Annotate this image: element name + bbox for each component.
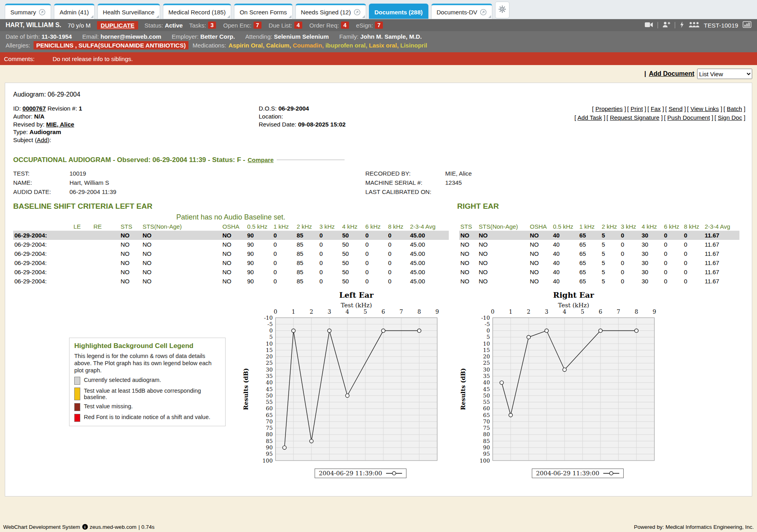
table-row[interactable]: 06-29-2004:NONONO900850500045.00NONONO40… [13, 240, 739, 249]
tab-label: Summary [10, 9, 36, 16]
svg-text:7: 7 [400, 309, 403, 315]
tab-documents-dv[interactable]: Documents-DV [431, 4, 493, 19]
action-link-request-signature[interactable]: Request Signature [610, 114, 659, 121]
action-link-push-document[interactable]: Push Document [667, 114, 710, 121]
cell: NO [141, 267, 221, 277]
cell: 40 [552, 267, 578, 277]
cell: 0 [364, 240, 387, 249]
cell-spacer [449, 267, 459, 277]
table-row[interactable]: 06-29-2004:NONONO900850500045.00NONONO40… [13, 249, 739, 258]
cell: 0 [663, 277, 683, 286]
counter-badge[interactable]: 4 [341, 22, 349, 29]
cell-date: 06-29-2004: [13, 267, 72, 277]
cell: 0 [387, 240, 409, 249]
add-person-icon[interactable] [662, 22, 670, 29]
medication-coumadin[interactable]: Coumadin, [293, 42, 325, 49]
medication-calcium[interactable]: Calcium, [266, 42, 293, 49]
cell: NO [529, 277, 552, 286]
medication-ibuprofen-oral[interactable]: ibuprofen oral, [325, 42, 369, 49]
cell: 45.00 [409, 277, 449, 286]
action-link-fax[interactable]: Fax [651, 105, 661, 112]
subject-add-link[interactable]: Add [37, 136, 48, 143]
cell: 30 [640, 249, 663, 258]
table-row[interactable]: 06-29-2004:NONONO900850500045.00NONONO40… [13, 231, 739, 240]
tab-summary[interactable]: Summary [5, 4, 51, 19]
audiogram-section: OCCUPATIONAL AUDIOGRAM - Observed: 06-29… [9, 156, 748, 478]
tab-medical-record-185[interactable]: Medical Record (185) [163, 4, 231, 19]
document-actions: [ Properties ][ Print ][ Fax ][ Send ][ … [474, 105, 748, 144]
table-row[interactable]: 06-29-2004:NONONO900850500045.00NONONO40… [13, 258, 739, 267]
subject-suffix: ): [48, 136, 51, 143]
table-row[interactable]: 06-29-2004:NONONO900850500045.00NONONO40… [13, 277, 739, 286]
cell: 45.00 [409, 267, 449, 277]
lightning-icon[interactable] [680, 22, 684, 29]
medication-lasix-oral[interactable]: Lasix oral, [369, 42, 400, 49]
cell: NO [221, 249, 246, 258]
tab-on-screen-forms[interactable]: On Screen Forms [234, 4, 292, 19]
cell: NO [529, 240, 552, 249]
info-family: Family: John M. Sample, M.D. [339, 33, 422, 40]
action-link-properties[interactable]: Properties [595, 105, 622, 112]
test-value: 10019 [69, 169, 86, 178]
svg-text:65: 65 [266, 412, 273, 418]
tab-admin-41[interactable]: Admin (41) [54, 4, 94, 19]
medication-lisinopril[interactable]: Lisinopril [400, 42, 427, 49]
type-label: Type: [13, 129, 28, 135]
video-camera-icon[interactable] [645, 22, 653, 29]
action-link-sign-doc[interactable]: Sign Doc [718, 114, 742, 121]
chart-stats-icon[interactable] [743, 21, 751, 29]
compare-link[interactable]: Compare [248, 156, 273, 163]
cell: 85 [295, 267, 318, 277]
action-link-batch[interactable]: Batch [727, 105, 742, 112]
revised-date-value: 09-08-2025 15:02 [298, 121, 345, 128]
col-header: OSHA [529, 222, 552, 231]
revised-by-link[interactable]: MIE, Alice [46, 121, 74, 128]
counter-badge[interactable]: 7 [375, 22, 383, 29]
info-icon[interactable]: i [82, 524, 88, 530]
action-link-view-links[interactable]: View Links [690, 105, 719, 112]
counter-badge[interactable]: 7 [254, 22, 262, 29]
cell: 30 [640, 240, 663, 249]
cell: NO [141, 240, 221, 249]
action-link-print[interactable]: Print [630, 105, 643, 112]
info-label: Date of birth: [6, 33, 42, 40]
duplicate-flag[interactable]: DUPLICATE [97, 21, 138, 30]
counter-badge[interactable]: 4 [294, 22, 302, 29]
cell: NO [478, 240, 529, 249]
footer-render-time: | 0.74s [139, 524, 155, 530]
table-row[interactable]: 06-29-2004:NONONO900850500045.00NONONO40… [13, 267, 739, 277]
test-label: TEST: [13, 169, 69, 178]
medication-aspirin-oral[interactable]: Aspirin Oral, [228, 42, 266, 49]
legend-swatch [74, 414, 80, 422]
counter-badge[interactable]: 3 [208, 22, 216, 29]
footer-host: zeus.med-web.com [90, 524, 137, 530]
cell: NO [459, 258, 478, 267]
view-mode-select[interactable]: List View [697, 69, 752, 79]
tab-settings-button[interactable] [495, 2, 509, 18]
document-id-link[interactable]: 0000767 [22, 105, 46, 112]
svg-text:5: 5 [486, 334, 490, 340]
tab-needs-signed-12[interactable]: Needs Signed (12) [295, 4, 366, 19]
cell: 0 [620, 231, 640, 240]
svg-text:2: 2 [527, 309, 531, 315]
svg-text:5: 5 [269, 334, 273, 340]
cell-legend-title: Highlighted Background Cell Legend [74, 342, 220, 350]
cell: 65 [578, 258, 600, 267]
allergies-value[interactable]: PENICILLINS , SULFA(SULFONAMIDE ANTIBIOT… [34, 41, 188, 49]
dos-value: 06-29-2004 [278, 105, 309, 112]
patient-name: HART, WILLIAM S. [6, 22, 61, 29]
station-id: TEST-10019 [704, 22, 738, 29]
action-link-send[interactable]: Send [668, 105, 682, 112]
action-link-add-task[interactable]: Add Task [577, 114, 602, 121]
tab-documents-288[interactable]: Documents (288) [369, 4, 428, 19]
svg-text:9: 9 [653, 309, 656, 315]
people-icon[interactable] [689, 22, 700, 29]
tab-label: Admin (41) [59, 9, 89, 16]
no-baseline-notice: Patient has no Audio Baseline set. [13, 213, 448, 222]
cell: 0 [364, 249, 387, 258]
col-header: STS(Non-Age) [478, 222, 529, 231]
add-document-link[interactable]: Add Document [649, 70, 694, 77]
header-rule [277, 160, 345, 160]
svg-text:75: 75 [266, 425, 273, 431]
tab-health-surveillance[interactable]: Health Surveillance [97, 4, 160, 19]
